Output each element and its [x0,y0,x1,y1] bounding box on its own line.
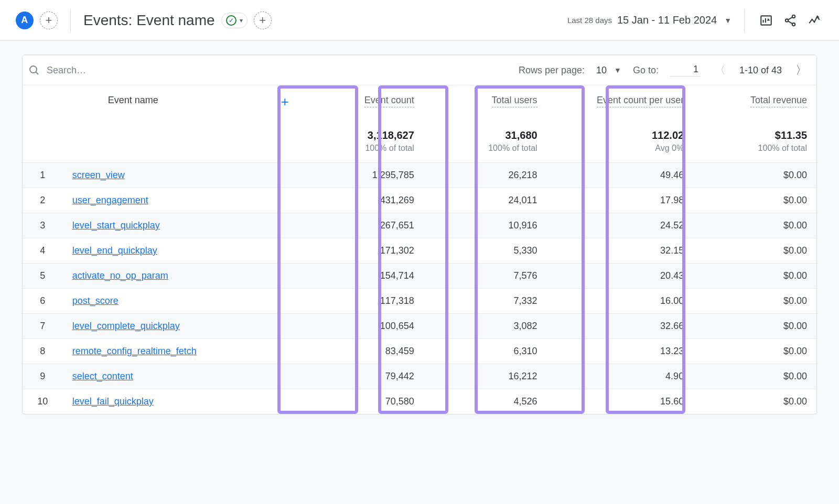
row-index: 5 [23,264,66,289]
next-page-button[interactable]: 〉 [793,62,809,78]
avatar[interactable]: A [16,12,34,29]
table-row: 8remote_config_realtime_fetch83,4596,310… [23,339,816,364]
metric-cell: $0.00 [693,364,816,389]
event-link[interactable]: post_score [72,295,119,306]
column-header-total-revenue[interactable]: Total revenue [693,85,816,117]
table-row: 10level_fail_quickplay70,5804,52615.60$0… [23,389,816,414]
chevron-down-icon: ▼ [614,66,621,74]
row-index: 7 [23,314,66,339]
insights-button[interactable] [805,12,823,29]
metric-cell: 16,212 [424,364,547,389]
divider [744,9,745,32]
page-title: Events: Event name [83,12,215,29]
metric-cell: $0.00 [693,188,816,213]
column-header-total-users[interactable]: Total users [424,85,547,117]
metric-cell: $0.00 [693,339,816,364]
event-link[interactable]: level_complete_quickplay [72,321,180,331]
app-header: A + Events: Event name ✓ ▾ + Last 28 day… [0,0,839,41]
prev-page-button[interactable]: 〈 [712,62,728,78]
events-card: Rows per page: 10 ▼ Go to: 1 〈 1-10 of 4… [22,54,817,414]
metric-cell: 1,295,785 [300,163,424,188]
metric-cell: 70,580 [300,389,424,414]
totals-row: 3,118,627100% of total 31,680100% of tot… [23,117,816,163]
event-link[interactable]: level_start_quickplay [72,220,160,231]
sparkline-icon [808,14,821,27]
search-icon [28,64,40,76]
column-header-event-count[interactable]: ↓ Event count [300,85,424,117]
search-input[interactable] [47,65,183,76]
add-filter-button[interactable]: + [254,12,272,29]
table-row: 2user_engagement431,26924,01117.98$0.00 [23,188,816,213]
metric-cell: $0.00 [693,238,816,264]
event-name-cell: post_score [66,289,300,314]
table-row: 5activate_no_op_param154,7147,57620.43$0… [23,264,816,289]
svg-point-4 [30,66,37,73]
table-row: 7level_complete_quickplay100,6543,08232.… [23,314,816,339]
metric-cell: 49.46 [547,163,694,188]
metric-cell: 10,916 [424,213,547,238]
event-name-cell: remote_config_realtime_fetch [66,339,300,364]
event-name-cell: level_complete_quickplay [66,314,300,339]
event-link[interactable]: level_end_quickplay [72,245,157,256]
goto-input[interactable]: 1 [670,64,701,76]
event-link[interactable]: remote_config_realtime_fetch [72,346,197,356]
row-index: 1 [23,163,66,188]
event-name-cell: level_start_quickplay [66,213,300,238]
metric-cell: 7,332 [424,289,547,314]
event-name-cell: level_end_quickplay [66,238,300,264]
share-button[interactable] [781,12,799,29]
page-range: 1-10 of 43 [739,65,782,76]
metric-cell: $0.00 [693,289,816,314]
filter-status-pill[interactable]: ✓ ▾ [221,13,248,28]
metric-cell: 267,651 [300,213,424,238]
metric-cell: 26,218 [424,163,547,188]
column-header-event-count-per-user[interactable]: Event count per user [547,85,694,117]
metric-cell: 32.66 [547,314,694,339]
metric-cell: $0.00 [693,213,816,238]
event-link[interactable]: screen_view [72,170,125,180]
metric-cell: 13.23 [547,339,694,364]
metric-cell: 24.52 [547,213,694,238]
column-header-event-name[interactable]: Event name + [66,85,300,117]
customize-report-button[interactable] [757,12,775,29]
row-index: 9 [23,364,66,389]
table-row: 3level_start_quickplay267,65110,91624.52… [23,213,816,238]
metric-cell: 83,459 [300,339,424,364]
row-index: 2 [23,188,66,213]
date-range-picker[interactable]: Last 28 days 15 Jan - 11 Feb 2024 ▼ [567,14,732,26]
metric-cell: 16.00 [547,289,694,314]
metric-cell: 79,442 [300,364,424,389]
add-dimension-button[interactable]: + [281,94,289,110]
metric-cell: $0.00 [693,314,816,339]
event-link[interactable]: level_fail_quickplay [72,396,154,407]
event-name-cell: activate_no_op_param [66,264,300,289]
metric-cell: 32.15 [547,238,694,264]
add-comparison-button[interactable]: + [40,12,58,29]
event-link[interactable]: activate_no_op_param [72,270,168,281]
report-edit-icon [759,14,773,27]
divider [70,9,71,32]
table-wrapper: Event name + ↓ Event count Total users E… [23,85,816,414]
row-index: 10 [23,389,66,414]
metric-cell: 4,526 [424,389,547,414]
row-index: 8 [23,339,66,364]
check-icon: ✓ [226,15,236,26]
metric-cell: 431,269 [300,188,424,213]
table-toolbar: Rows per page: 10 ▼ Go to: 1 〈 1-10 of 4… [23,55,816,85]
metric-cell: 100,654 [300,314,424,339]
metric-cell: 24,011 [424,188,547,213]
goto-label: Go to: [633,65,659,76]
svg-point-3 [792,23,795,25]
metric-cell: 3,082 [424,314,547,339]
metric-cell: $0.00 [693,264,816,289]
search-field[interactable] [28,64,507,76]
row-index: 3 [23,213,66,238]
metric-cell: $0.00 [693,163,816,188]
event-link[interactable]: user_engagement [72,195,148,205]
metric-cell: 171,302 [300,238,424,264]
rows-per-page-select[interactable]: 10 ▼ [596,65,621,76]
metric-cell: 15.60 [547,389,694,414]
event-link[interactable]: select_content [72,371,133,381]
chevron-down-icon: ▼ [724,16,732,25]
event-name-cell: level_fail_quickplay [66,389,300,414]
